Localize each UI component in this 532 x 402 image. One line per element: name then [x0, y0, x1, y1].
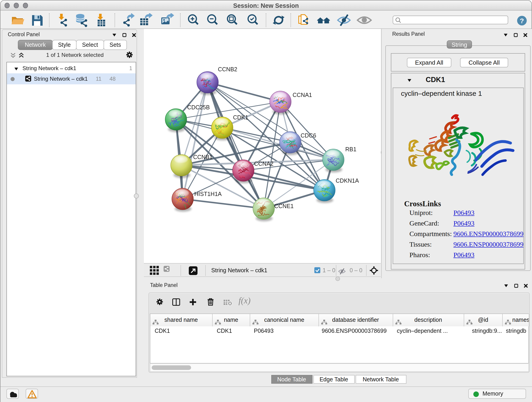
svg-text:CDKN1A: CDKN1A: [336, 177, 359, 184]
svg-text:CCNB1: CCNB1: [193, 153, 213, 160]
svg-text:?: ?: [520, 17, 524, 24]
svg-text:HIST1H1A: HIST1H1A: [194, 191, 222, 197]
svg-text:CCNE1: CCNE1: [274, 203, 294, 209]
svg-text:CCNB2: CCNB2: [218, 66, 237, 72]
svg-text:CDC25B: CDC25B: [187, 104, 210, 110]
svg-text:CDK1: CDK1: [233, 114, 248, 120]
svg-text:CCNA2: CCNA2: [254, 160, 273, 167]
svg-text:RB1: RB1: [345, 146, 356, 152]
svg-text:CCNA1: CCNA1: [293, 91, 312, 98]
svg-text:CDC6: CDC6: [301, 132, 316, 138]
